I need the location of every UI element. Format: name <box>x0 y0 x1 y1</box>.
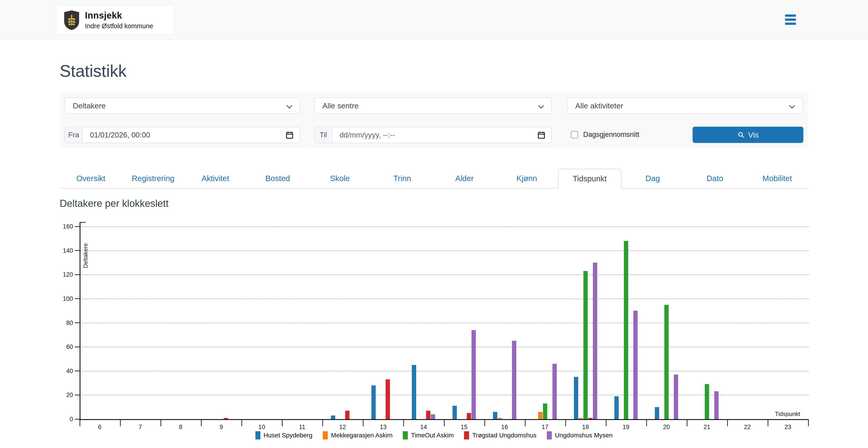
gridline-y-40 <box>80 371 809 372</box>
y-tick-label-160: 160 <box>48 222 73 230</box>
x-tick-label-18: 18 <box>572 423 599 431</box>
legend-label: Huset Spydeberg <box>264 432 312 439</box>
bar-ungdomshus-mysen-17 <box>553 364 557 419</box>
legend-label: TimeOut Askim <box>411 432 454 439</box>
bar-mekkegarasjen-askim-16 <box>498 418 502 419</box>
x-tick-11 <box>525 420 526 426</box>
legend-item-mekkegarasjen-askim[interactable]: Mekkegarasjen Askim <box>323 431 393 440</box>
x-tick-label-10: 10 <box>248 423 275 431</box>
x-tick-16 <box>727 420 728 426</box>
y-tick-label-80: 80 <box>48 319 73 327</box>
gridline-y-100 <box>80 299 809 299</box>
bar-trøgstad-ungdomshus-9 <box>224 418 228 419</box>
y-axis-title: Deltakere <box>82 243 89 268</box>
gridline-y-60 <box>80 347 809 347</box>
y-tick-label-40: 40 <box>48 367 73 375</box>
x-tick-14 <box>646 420 647 426</box>
x-tick-8 <box>403 420 404 426</box>
x-tick-label-20: 20 <box>653 423 680 431</box>
x-tick-18 <box>808 420 809 426</box>
bar-timeout-askim-18 <box>583 271 588 419</box>
x-tick-label-17: 17 <box>531 423 559 431</box>
legend-swatch <box>547 431 552 440</box>
gridline-y-160 <box>80 226 809 227</box>
bar-ungdomshus-mysen-19 <box>633 311 638 419</box>
y-tick-label-60: 60 <box>48 343 73 351</box>
bar-trøgstad-ungdomshus-15 <box>467 413 471 419</box>
x-tick-label-23: 23 <box>774 423 802 431</box>
y-tick-label-0: 0 <box>48 415 73 423</box>
bar-trøgstad-ungdomshus-14 <box>426 411 430 419</box>
bar-ungdomshus-mysen-14 <box>431 414 435 419</box>
bar-ungdomshus-mysen-15 <box>471 330 476 419</box>
gridline-y-20 <box>80 395 809 395</box>
x-tick-label-13: 13 <box>370 423 397 431</box>
bar-mekkegarasjen-askim-18 <box>579 418 583 419</box>
x-tick-13 <box>606 420 607 426</box>
bar-mekkegarasjen-askim-17 <box>538 412 542 419</box>
x-tick-label-21: 21 <box>693 423 720 431</box>
x-tick-label-8: 8 <box>167 423 194 431</box>
x-tick-label-15: 15 <box>451 423 477 431</box>
x-tick-12 <box>565 420 566 426</box>
bar-huset-spydeberg-19 <box>614 396 619 419</box>
legend-label: Trøgstad Ungdomshus <box>472 432 536 439</box>
y-tick-label-120: 120 <box>48 271 73 278</box>
legend-swatch <box>403 431 408 440</box>
y-axis-line <box>80 222 81 421</box>
x-tick-label-11: 11 <box>289 423 316 431</box>
bar-ungdomshus-mysen-20 <box>674 375 678 419</box>
bar-ungdomshus-mysen-21 <box>714 391 719 419</box>
x-tick-label-14: 14 <box>410 423 437 431</box>
y-tick-label-100: 100 <box>48 295 73 303</box>
bar-huset-spydeberg-14 <box>412 365 416 419</box>
x-tick-label-9: 9 <box>208 423 235 431</box>
x-tick-label-12: 12 <box>329 423 356 431</box>
x-tick-15 <box>687 420 687 426</box>
x-tick-9 <box>444 420 445 426</box>
chart-legend: Huset SpydebergMekkegarasjen AskimTimeOu… <box>0 431 868 440</box>
legend-swatch <box>464 431 469 440</box>
x-tick-label-7: 7 <box>127 423 154 431</box>
bar-huset-spydeberg-18 <box>574 377 578 419</box>
statistics-page: Innsjekk Indre Østfold kommune Statistik… <box>0 0 868 448</box>
y-tick-label-20: 20 <box>48 391 73 399</box>
bar-trøgstad-ungdomshus-18 <box>588 418 592 419</box>
x-tick-4 <box>241 420 242 426</box>
gridline-y-140 <box>80 250 809 251</box>
x-tick-label-6: 6 <box>86 423 114 431</box>
x-tick-label-16: 16 <box>491 423 518 431</box>
bar-trøgstad-ungdomshus-12 <box>345 411 349 419</box>
x-axis-title: Tidspunkt <box>775 411 800 417</box>
legend-label: Mekkegarasjen Askim <box>331 432 393 439</box>
x-tick-6 <box>322 420 323 426</box>
legend-item-trøgstad-ungdomshus[interactable]: Trøgstad Ungdomshus <box>464 431 536 440</box>
bar-timeout-askim-17 <box>543 404 547 419</box>
legend-item-timeout-askim[interactable]: TimeOut Askim <box>403 431 454 440</box>
y-axis-top-cap <box>80 222 86 222</box>
x-tick-1 <box>120 420 121 426</box>
y-tick-label-140: 140 <box>48 247 73 254</box>
bar-timeout-askim-21 <box>705 384 709 419</box>
x-tick-0 <box>80 420 80 426</box>
legend-label: Ungdomshus Mysen <box>555 432 613 439</box>
participants-per-hour-chart: 0204060801001201401606789101112131415161… <box>0 0 868 448</box>
x-tick-3 <box>201 420 202 426</box>
x-tick-10 <box>485 420 485 426</box>
bar-timeout-askim-19 <box>624 241 628 419</box>
x-tick-5 <box>282 420 283 426</box>
legend-item-ungdomshus-mysen[interactable]: Ungdomshus Mysen <box>547 431 613 440</box>
x-tick-2 <box>160 420 161 426</box>
legend-swatch <box>255 431 260 440</box>
bar-huset-spydeberg-16 <box>493 412 497 419</box>
gridline-y-80 <box>80 323 809 323</box>
gridline-y-120 <box>80 274 809 275</box>
bar-ungdomshus-mysen-18 <box>593 263 597 419</box>
bar-huset-spydeberg-20 <box>655 407 659 419</box>
bar-ungdomshus-mysen-16 <box>512 341 516 419</box>
x-tick-7 <box>363 420 364 426</box>
x-tick-label-22: 22 <box>734 423 761 431</box>
legend-item-huset-spydeberg[interactable]: Huset Spydeberg <box>255 431 312 440</box>
bar-huset-spydeberg-13 <box>371 385 376 419</box>
legend-swatch <box>323 431 328 440</box>
